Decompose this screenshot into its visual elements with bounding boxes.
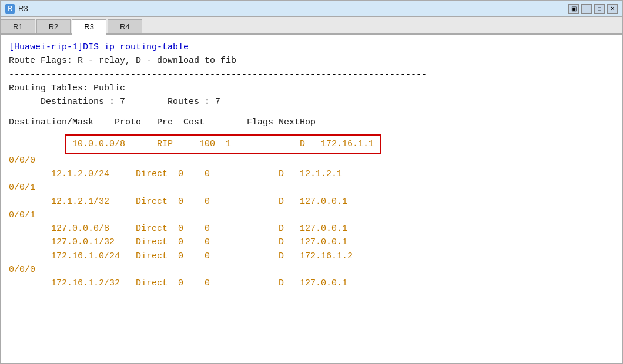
tab-r1[interactable]: R1 xyxy=(1,19,35,33)
minimize-button[interactable]: – xyxy=(581,4,592,14)
flags-line: Route Flags: R - relay, D - download to … xyxy=(9,54,614,68)
route-row-4: 172.16.1.0/24 Direct 0 0 D 172.16.1.2 0/… xyxy=(9,250,614,277)
tabs-bar: R1 R2 R3 R4 xyxy=(1,17,622,35)
route-row-3: 127.0.0.1/32 Direct 0 0 D 127.0.0.1 xyxy=(9,235,614,249)
app-icon: R xyxy=(5,4,15,14)
tab-r2[interactable]: R2 xyxy=(36,19,71,33)
window-controls: ▣ – □ ✕ xyxy=(568,4,618,14)
route-row-5: 172.16.1.2/32 Direct 0 0 D 127.0.0.1 xyxy=(9,277,614,290)
route-row-2: 127.0.0.0/8 Direct 0 0 D 127.0.0.1 xyxy=(9,222,614,235)
main-window: R R3 ▣ – □ ✕ R1 R2 R3 R4 [Huawei-rip-1]D… xyxy=(0,0,623,364)
separator-line: ----------------------------------------… xyxy=(9,68,614,82)
route-row-0: 12.1.2.0/24 Direct 0 0 D 12.1.2.1 0/0/1 xyxy=(9,167,614,195)
table-header: Destination/Mask Proto Pre Cost Flags Ne… xyxy=(9,116,614,129)
restore-button[interactable]: ▣ xyxy=(568,4,579,14)
highlighted-route-area: 10.0.0.0/8 RIP 100 1 D 172.16.1.1 0/0/0 xyxy=(9,134,614,168)
route-row-1: 12.1.2.1/32 Direct 0 0 D 127.0.0.1 0/0/1 xyxy=(9,195,614,223)
title-bar-left: R R3 xyxy=(5,4,28,14)
terminal-content: [Huawei-rip-1]DIS ip routing-table Route… xyxy=(1,35,622,363)
highlighted-destination: 10.0.0.0/8 RIP 100 1 D 172.16.1.1 xyxy=(72,139,374,149)
tab-r4[interactable]: R4 xyxy=(108,19,142,33)
tab-r3[interactable]: R3 xyxy=(72,19,106,35)
highlighted-iface: 0/0/0 xyxy=(9,154,381,167)
highlight-box: 10.0.0.0/8 RIP 100 1 D 172.16.1.1 xyxy=(65,134,381,154)
close-button[interactable]: ✕ xyxy=(607,4,618,14)
maximize-button[interactable]: □ xyxy=(594,4,605,14)
destinations-line: Destinations : 7 Routes : 7 xyxy=(9,95,614,109)
command-line: [Huawei-rip-1]DIS ip routing-table xyxy=(9,41,614,54)
routes-table: 12.1.2.0/24 Direct 0 0 D 12.1.2.1 0/0/1 … xyxy=(9,167,614,290)
title-bar: R R3 ▣ – □ ✕ xyxy=(1,1,622,17)
window-title: R3 xyxy=(18,4,28,13)
routing-tables-line: Routing Tables: Public xyxy=(9,82,614,95)
